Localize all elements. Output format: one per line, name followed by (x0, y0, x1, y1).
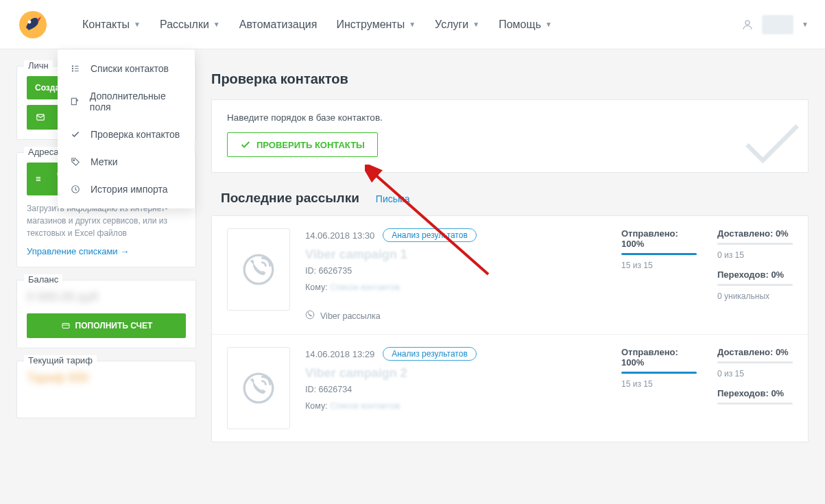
sidebar-panel-tariff: Текущий тариф Тариф 000 (16, 361, 196, 418)
campaign-row: 14.06.2018 13:29 Анализ результатов Vibe… (212, 335, 808, 442)
svg-point-4 (72, 68, 73, 69)
page-title: Проверка контактов (211, 71, 809, 87)
list-icon (35, 175, 42, 183)
campaign-stats: Отправлено: 100% 15 из 15 Доставлено: 0%… (621, 228, 793, 311)
last-campaigns-title: Последние рассылки (221, 191, 359, 206)
caret-down-icon: ▼ (473, 21, 479, 28)
topup-button[interactable]: ПОПОЛНИТЬ СЧЕТ (27, 313, 186, 338)
nav-item-1[interactable]: Рассылки▼ (160, 19, 220, 31)
campaign-recipients: Кому: Список контактов (305, 283, 606, 292)
svg-point-7 (73, 160, 75, 161)
caret-down-icon: ▼ (802, 21, 809, 28)
dropdown-item-1[interactable]: Дополнительные поля (58, 82, 195, 121)
campaign-thumbnail[interactable] (227, 228, 290, 311)
analyze-results-link[interactable]: Анализ результатов (383, 347, 477, 361)
campaign-info: 14.06.2018 13:30 Анализ результатов Vibe… (305, 228, 606, 322)
sidebar-panel-balance: Баланс 0 000.00 руб ПОПОЛНИТЬ СЧЕТ (16, 280, 196, 348)
stat-delivered: Доставлено: 0% 0 из 15 Переходов: 0% 0 у… (717, 228, 793, 311)
tag-icon (70, 156, 81, 167)
check-icon (240, 139, 251, 150)
svg-rect-6 (72, 98, 77, 104)
check-contacts-card: Наведите порядок в базе контактов. ПРОВЕ… (211, 99, 809, 173)
nav-item-0[interactable]: Контакты▼ (82, 19, 141, 31)
dropdown-item-3[interactable]: Метки (58, 148, 195, 176)
campaign-id: ID: 6626735 (305, 266, 606, 276)
campaign-list: 14.06.2018 13:30 Анализ результатов Vibe… (211, 215, 809, 442)
caret-down-icon: ▼ (134, 21, 141, 28)
campaign-id: ID: 6626734 (305, 385, 606, 394)
nav-item-5[interactable]: Помощь▼ (499, 19, 552, 31)
svg-point-1 (28, 20, 32, 23)
campaign-name-blurred[interactable]: Viber campaign 1 (305, 248, 606, 262)
app-logo[interactable] (16, 8, 49, 41)
history-icon (70, 184, 81, 195)
campaign-stats: Отправлено: 100% 15 из 15 Доставлено: 0%… (621, 347, 793, 410)
caret-down-icon: ▼ (409, 21, 416, 28)
campaign-row: 14.06.2018 13:30 Анализ результатов Vibe… (212, 216, 808, 335)
nav-item-2[interactable]: Автоматизация (239, 19, 318, 31)
caret-down-icon: ▼ (545, 21, 552, 28)
stat-sent: Отправлено: 100% 15 из 15 (621, 347, 697, 410)
panel-legend: Баланс (24, 274, 62, 285)
section-tabs: Последние рассылки Письма (211, 191, 809, 206)
main-nav: Контакты▼Рассылки▼АвтоматизацияИнструмен… (82, 19, 552, 31)
analyze-results-link[interactable]: Анализ результатов (383, 228, 477, 242)
stat-delivered: Доставлено: 0% 0 из 15 Переходов: 0% (717, 347, 793, 410)
panel-legend: Текущий тариф (24, 355, 97, 365)
mail-icon (35, 112, 46, 122)
campaign-datetime: 14.06.2018 13:30 (305, 230, 374, 241)
tab-letters[interactable]: Письма (376, 193, 410, 204)
campaign-info: 14.06.2018 13:29 Анализ результатов Vibe… (305, 347, 606, 411)
dropdown-item-2[interactable]: Проверка контактов (58, 121, 195, 148)
campaign-datetime: 14.06.2018 13:29 (305, 349, 374, 359)
user-icon (741, 19, 754, 31)
main-content: Проверка контактов Наведите порядок в ба… (211, 66, 809, 442)
panel-legend: Личн (24, 60, 53, 71)
list-icon (70, 63, 81, 74)
check-hint: Наведите порядок в базе контактов. (227, 112, 793, 123)
viber-icon (305, 310, 315, 322)
top-navigation: Контакты▼Рассылки▼АвтоматизацияИнструмен… (0, 0, 825, 49)
add-field-icon (70, 96, 80, 107)
nav-item-3[interactable]: Инструменты▼ (336, 19, 416, 31)
svg-rect-12 (62, 324, 69, 328)
dropdown-item-0[interactable]: Списки контактов (58, 55, 195, 82)
caret-down-icon: ▼ (213, 21, 220, 28)
svg-point-5 (72, 71, 73, 71)
nav-item-4[interactable]: Услуги▼ (435, 19, 479, 31)
manage-lists-link[interactable]: Управление списками → (27, 246, 129, 256)
card-icon (60, 322, 71, 330)
tariff-name-blurred: Тариф 000 (27, 371, 186, 387)
svg-point-2 (745, 21, 750, 25)
campaign-thumbnail[interactable] (227, 347, 290, 429)
campaign-name-blurred[interactable]: Viber campaign 2 (305, 366, 606, 381)
campaign-type: Viber рассылка (305, 310, 606, 322)
stat-sent: Отправлено: 100% 15 из 15 (621, 228, 697, 311)
svg-point-3 (72, 66, 73, 67)
check-icon (70, 129, 81, 140)
decorative-check-icon (724, 107, 809, 173)
check-contacts-button[interactable]: ПРОВЕРИТЬ КОНТАКТЫ (227, 132, 378, 157)
balance-amount-blurred: 0 000.00 руб (27, 290, 186, 307)
user-menu[interactable]: ▼ (741, 15, 809, 34)
user-name-blurred (762, 15, 793, 34)
campaign-recipients: Кому: Список контактов (305, 401, 606, 411)
contacts-dropdown: Списки контактовДополнительные поляПрове… (58, 49, 195, 208)
dropdown-item-4[interactable]: История импорта (58, 176, 195, 203)
